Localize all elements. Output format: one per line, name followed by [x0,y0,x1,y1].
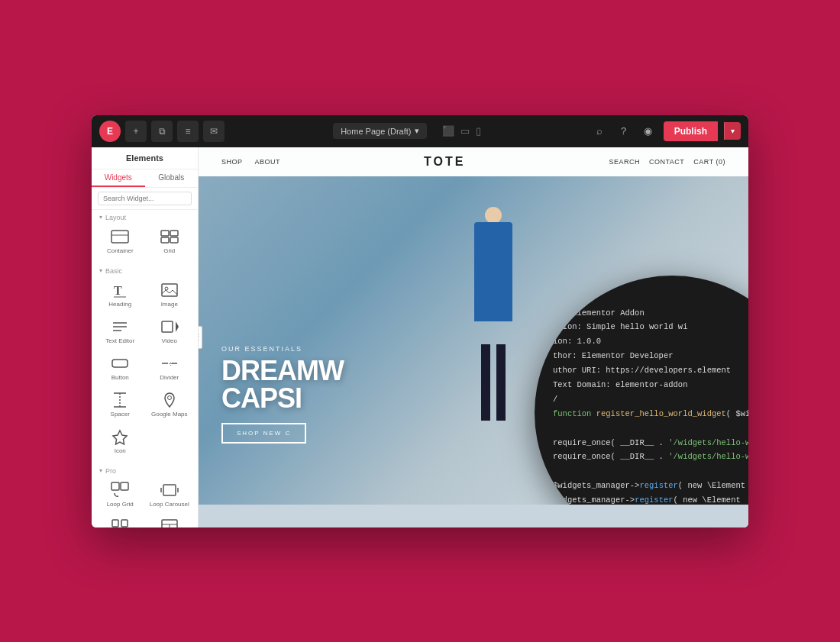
nav-shop[interactable]: SHOP [221,158,243,166]
code-line-14: widgets_manager->register( new \Element [553,493,748,504]
code-line-13: $widgets_manager->register( new \Element [553,479,748,493]
nav-cart[interactable]: CART (0) [693,158,725,166]
desktop-icon[interactable]: ⬛ [442,125,454,137]
svg-rect-3 [170,231,178,236]
svg-rect-24 [111,482,119,490]
nav-left-links: SHOP ABOUT [221,158,280,166]
mobile-icon[interactable]: ▯ [476,125,481,137]
hero-title: DREAMW CAPSI [221,357,344,412]
svg-marker-14 [176,321,179,332]
svg-rect-2 [161,231,169,236]
widget-portfolio[interactable]: Portfolio [146,514,194,527]
search-input[interactable] [98,192,192,205]
icon-widget-icon [109,428,131,445]
svg-point-22 [167,395,171,399]
editor-window: E + ⧉ ≡ ✉ Home Page (Draft) ▾ ⬛ ▭ ▯ ⌕ ? … [92,115,748,527]
publish-dropdown-button[interactable]: ▾ [724,122,741,140]
loop-grid-icon [109,482,131,498]
widget-text-editor[interactable]: Text Editor [96,314,144,349]
person-legs-right [496,344,506,421]
top-bar: E + ⧉ ≡ ✉ Home Page (Draft) ▾ ⬛ ▭ ▯ ⌕ ? … [92,115,748,147]
sidebar: Elements Widgets Globals Layout Containe… [92,147,199,527]
tab-globals[interactable]: Globals [145,169,199,187]
settings-button[interactable]: ≡ [177,121,199,142]
eye-icon[interactable]: ◉ [639,122,657,140]
device-icons: ⬛ ▭ ▯ [442,125,481,137]
hero-cta-button[interactable]: SHOP NEW C [221,423,306,444]
svg-rect-8 [162,284,177,296]
pro-section-label: Pro [92,463,198,477]
code-line-11: require_once( __DIR__ . '/widgets/hello-… [553,450,748,464]
container-icon [109,228,131,245]
hero-text-overlay: Our Essentials DREAMW CAPSI SHOP NEW C [221,345,344,444]
add-button[interactable]: + [125,121,147,142]
resize-handle[interactable] [199,326,202,349]
widget-heading[interactable]: T Heading [96,277,144,312]
code-line-12 [553,464,748,479]
sidebar-title: Elements [92,147,198,169]
top-bar-center: Home Page (Draft) ▾ ⬛ ▭ ▯ [229,123,586,139]
widget-spacer[interactable]: Spacer [96,387,144,422]
heading-icon: T [109,282,131,298]
layout-section-label: Layout [92,210,198,224]
widget-post[interactable]: Post [96,514,144,527]
nav-about[interactable]: ABOUT [255,158,281,166]
button-icon [109,355,131,372]
sidebar-tabs: Widgets Globals [92,169,198,188]
search-icon[interactable]: ⌕ [590,122,609,140]
canvas: SHOP ABOUT TOTE SEARCH CONTACT CART (0) [199,147,748,527]
help-icon[interactable]: ? [615,122,633,140]
widget-button[interactable]: Button [96,350,144,386]
layers-button[interactable]: ⧉ [151,121,173,142]
widget-grid[interactable]: Grid [146,224,194,259]
widget-container[interactable]: Container [96,224,144,259]
image-icon [159,282,180,298]
widget-loop-carousel[interactable]: Loop Carousel [146,477,194,512]
nav-contact[interactable]: CONTACT [649,158,684,166]
elementor-logo[interactable]: E [99,121,121,142]
site-logo: TOTE [424,155,465,169]
widget-google-maps[interactable]: Google Maps [146,387,194,422]
svg-rect-31 [121,520,128,527]
svg-rect-15 [112,360,128,367]
code-line-9 [553,421,748,436]
code-line-10: require_once( __DIR__ . '/widgets/hello-… [553,436,748,450]
widget-image[interactable]: Image [146,277,194,312]
chat-button[interactable]: ✉ [203,121,225,142]
widget-divider[interactable]: ÷ Divider [146,350,194,386]
person-head [485,207,502,224]
video-icon [159,318,180,335]
widget-video[interactable]: Video [146,314,194,349]
pro-widgets: Loop Grid Loop Carousel Post [92,477,198,527]
portfolio-icon [159,518,180,527]
loop-carousel-icon [159,482,180,498]
hero-person [447,192,539,421]
code-line-8: function register_hello_world_widget( $w… [553,407,748,421]
hero-subtitle: Our Essentials [221,345,344,353]
search-box [92,188,198,210]
code-line-1: me: Elementor Addon [553,306,748,321]
code-line-6: Text Domain: elementor-addon [553,378,748,392]
main-content: Elements Widgets Globals Layout Containe… [92,147,748,527]
widget-icon[interactable]: Icon [96,424,144,459]
svg-rect-4 [161,237,169,243]
code-line-4: thor: Elementor Developer [553,349,748,363]
page-name[interactable]: Home Page (Draft) ▾ [333,123,427,139]
tab-widgets[interactable]: Widgets [92,169,145,187]
site-navbar: SHOP ABOUT TOTE SEARCH CONTACT CART (0) [199,147,748,176]
svg-rect-26 [163,485,176,495]
svg-rect-13 [162,321,173,332]
svg-marker-23 [113,431,127,444]
layout-widgets: Container Grid [92,224,198,263]
code-line-3: ion: 1.0.0 [553,334,748,349]
person-body [474,222,512,321]
nav-search[interactable]: SEARCH [609,158,640,166]
spacer-icon [109,392,131,408]
svg-text:T: T [114,284,122,297]
widget-loop-grid[interactable]: Loop Grid [96,477,144,512]
tablet-icon[interactable]: ▭ [460,125,470,137]
hero-section: Our Essentials DREAMW CAPSI SHOP NEW C [199,176,748,505]
person-legs-left [481,344,490,421]
divider-icon: ÷ [159,355,180,372]
publish-button[interactable]: Publish [664,121,718,141]
